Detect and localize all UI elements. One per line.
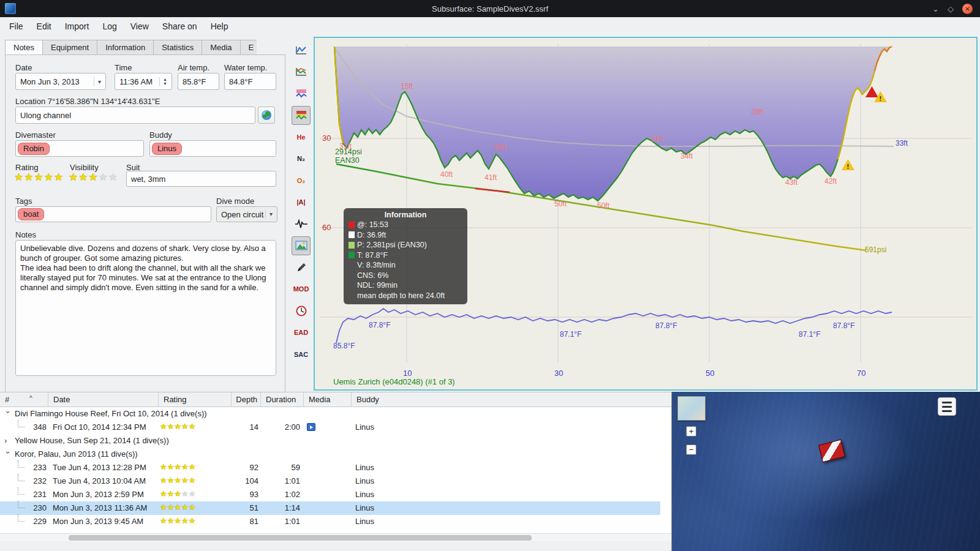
dive-row[interactable]: 229Mon Jun 3, 2013 9:45 AM★★★★★811:01Lin… [0, 515, 660, 528]
zoom-in-button[interactable]: + [686, 426, 696, 437]
heart-rate-icon[interactable] [292, 214, 311, 233]
location-input[interactable]: Ulong channel [15, 107, 255, 124]
tab-notes[interactable]: Notes [5, 40, 42, 55]
collapse-icon[interactable]: › [1, 451, 15, 459]
sac-icon[interactable]: SAC [292, 345, 311, 364]
tab-media[interactable]: Media [202, 40, 239, 55]
legend-swatch-icon [349, 292, 355, 299]
tab-equipment[interactable]: Equipment [42, 40, 97, 55]
map-panel[interactable]: + − [671, 392, 980, 551]
divemaster-input[interactable]: Robin [15, 140, 144, 157]
maximize-icon[interactable]: ◇ [948, 4, 954, 13]
divemaster-chip[interactable]: Robin [18, 143, 50, 155]
dive-row[interactable]: 231Mon Jun 3, 2013 2:59 PM★★★★★931:02Lin… [0, 488, 660, 501]
map-location-button[interactable] [258, 107, 275, 124]
dive-row[interactable]: 233Tue Jun 4, 2013 12:28 PM★★★★★9259Linu… [0, 461, 660, 474]
collapse-icon[interactable]: › [1, 411, 15, 418]
trip-label: Koror, Palau, Jun 2013 (11 dive(s)) [15, 448, 138, 461]
star-filled-icon[interactable]: ★ [78, 171, 88, 183]
show-photos-icon[interactable] [292, 236, 311, 255]
info-tooltip-line: @: 15:53 [357, 220, 388, 229]
star-empty-icon[interactable]: ★ [99, 171, 108, 183]
dive-profile-panel[interactable]: Information @: 15:53D: 36.9ftP: 2,381psi… [314, 37, 978, 391]
dive-row[interactable]: 348Fri Oct 10, 2014 12:34 PM★★★★★142:00L… [0, 421, 660, 434]
dive-row[interactable]: 230Mon Jun 3, 2013 11:36 AM★★★★★511:14Li… [0, 501, 660, 515]
sort-ascending-icon: ^ [29, 391, 32, 405]
dive-computer-graph-icon[interactable] [292, 40, 311, 59]
notes-textarea[interactable]: Unbelievable dive. Dozens and dozens of … [15, 240, 276, 376]
depth-annotation: 31ft [651, 135, 663, 143]
star-filled-icon[interactable]: ★ [54, 171, 64, 183]
suit-input[interactable]: wet, 3mm [126, 171, 276, 187]
zoom-out-button[interactable]: − [686, 444, 696, 455]
dive-buddy: Linus [355, 461, 374, 474]
divemode-select[interactable]: Open circuit ▾ [216, 206, 277, 222]
minimize-icon[interactable]: ⌄ [932, 4, 939, 13]
temperature-label: 87.8°F [369, 321, 390, 329]
expand-icon[interactable]: › [4, 434, 12, 448]
column-header-buddy[interactable]: Buddy [352, 392, 660, 407]
tab-information[interactable]: Information [97, 40, 153, 55]
mod-icon[interactable]: MOD [292, 280, 311, 299]
star-filled-icon: ★ [167, 476, 175, 485]
info-tooltip-line: NDL: 99min [357, 281, 398, 290]
pn-he-icon[interactable]: He [292, 127, 311, 146]
pn-o2-icon[interactable]: O₂ [292, 171, 311, 190]
dive-row[interactable]: 232Tue Jun 4, 2013 10:04 AM★★★★★1041:01L… [0, 474, 660, 488]
column-header-depth[interactable]: Depth [232, 392, 261, 407]
ruler-icon[interactable] [292, 258, 311, 277]
rating-stars[interactable]: ★★★★★ [14, 171, 64, 184]
pn-n2-icon[interactable]: N₂ [292, 149, 311, 168]
ceiling-icon[interactable] [292, 84, 311, 103]
trip-row[interactable]: ›Divi Flamingo House Reef, Fri Oct 10, 2… [0, 407, 660, 421]
legend-swatch-icon [349, 282, 355, 289]
time-axis-tick: 30 [554, 369, 563, 378]
horizontal-scrollbar[interactable] [0, 533, 671, 541]
tag-chip[interactable]: boat [18, 208, 44, 220]
star-filled-icon[interactable]: ★ [24, 171, 34, 183]
calculated-ceiling-icon[interactable] [292, 106, 311, 125]
trip-row[interactable]: ›Yellow House, Sun Sep 21, 2014 (1 dive(… [0, 434, 660, 448]
tissues-icon[interactable]: |A| [292, 193, 311, 212]
star-filled-icon[interactable]: ★ [14, 171, 24, 183]
star-filled-icon[interactable]: ★ [44, 171, 54, 183]
column-header-rating[interactable]: Rating [159, 392, 232, 407]
star-filled-icon: ★ [181, 476, 189, 485]
map-menu-button[interactable] [938, 397, 956, 416]
tags-input[interactable]: boat [15, 206, 211, 222]
dive-number: 230 [24, 501, 47, 515]
star-filled-icon[interactable]: ★ [69, 171, 78, 183]
menu-item-import[interactable]: Import [58, 19, 96, 34]
ndl-icon[interactable] [292, 301, 311, 320]
buddy-chip[interactable]: Linus [152, 143, 182, 155]
spinner-arrows-icon[interactable]: ▲▼ [159, 77, 167, 86]
column-header-number[interactable]: #^ [0, 392, 48, 407]
column-header-date[interactable]: Date [48, 392, 159, 407]
tab-statistics[interactable]: Statistics [153, 40, 202, 55]
ead-icon[interactable]: EAD [292, 323, 311, 342]
buddy-input[interactable]: Linus [149, 140, 276, 157]
visibility-stars[interactable]: ★★★★★ [69, 171, 118, 184]
column-header-duration[interactable]: Duration [261, 392, 304, 407]
watertemp-field[interactable]: 84.8°F [224, 73, 276, 90]
menu-item-log[interactable]: Log [96, 19, 123, 34]
star-filled-icon[interactable]: ★ [34, 171, 44, 183]
column-header-media[interactable]: Media [304, 392, 352, 407]
media-icon[interactable] [307, 423, 315, 431]
menu-item-file[interactable]: File [2, 19, 30, 34]
star-filled-icon[interactable]: ★ [89, 171, 99, 183]
tab-e[interactable]: E [240, 40, 257, 55]
menu-item-view[interactable]: View [124, 19, 156, 34]
scrollbar-thumb[interactable] [69, 535, 532, 541]
menu-item-share-on[interactable]: Share on [156, 19, 204, 34]
date-select[interactable]: Mon Jun 3, 2013 ▾ [15, 73, 106, 90]
menu-item-edit[interactable]: Edit [30, 19, 58, 34]
airtemp-field[interactable]: 85.8°F [178, 73, 219, 90]
trip-row[interactable]: ›Koror, Palau, Jun 2013 (11 dive(s)) [0, 448, 660, 461]
menu-item-help[interactable]: Help [204, 19, 235, 34]
depth-annotation: 35ft [494, 143, 506, 152]
star-empty-icon[interactable]: ★ [108, 171, 118, 183]
time-spinner[interactable]: 11:36 AM ▲▼ [115, 73, 172, 90]
pressure-graph-icon[interactable] [292, 62, 311, 81]
close-icon[interactable]: ✕ [962, 4, 973, 14]
